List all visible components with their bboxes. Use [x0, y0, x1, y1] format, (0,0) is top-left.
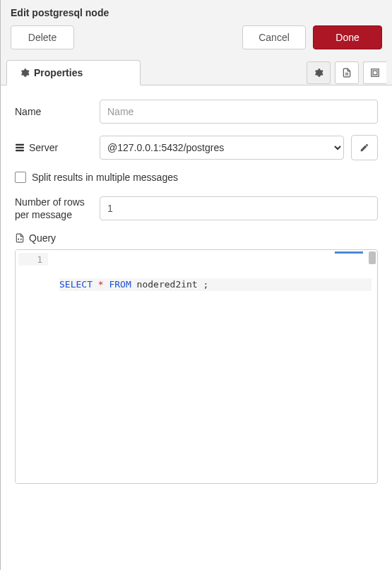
- editor-scrollbar[interactable]: [369, 251, 376, 264]
- panel-title: Edit postgresql node: [1, 0, 392, 25]
- server-icon: [15, 143, 25, 152]
- token-star: *: [98, 278, 104, 291]
- name-input[interactable]: [100, 100, 378, 124]
- document-icon: [342, 68, 352, 78]
- cancel-button[interactable]: Cancel: [242, 25, 306, 49]
- rows-row: Number of rows per message: [15, 196, 378, 221]
- name-label: Name: [15, 106, 93, 117]
- query-label-row: Query: [15, 232, 378, 244]
- token-semi: ;: [203, 278, 209, 291]
- server-select[interactable]: @127.0.0.1:5432/postgres: [100, 136, 344, 160]
- editor-gutter: 1: [16, 250, 54, 483]
- delete-button[interactable]: Delete: [11, 25, 74, 49]
- editor-annotation-decoration: [335, 251, 363, 254]
- editor-body[interactable]: SELECT * FROM nodered2int ;: [54, 250, 377, 483]
- server-row: Server @127.0.0.1:5432/postgres: [15, 135, 378, 160]
- edit-panel: Edit postgresql node Delete Cancel Done …: [0, 0, 392, 570]
- svg-rect-6: [16, 150, 24, 151]
- query-label: Query: [29, 232, 56, 244]
- tab-properties[interactable]: Properties: [6, 60, 141, 85]
- split-row: Split results in multiple messages: [15, 172, 378, 183]
- token-select: SELECT: [59, 278, 93, 291]
- name-row: Name: [15, 100, 378, 124]
- code-line-1[interactable]: SELECT * FROM nodered2int ;: [59, 278, 372, 291]
- server-label-text: Server: [29, 142, 58, 153]
- svg-rect-4: [16, 144, 24, 146]
- tab-properties-label: Properties: [34, 67, 83, 78]
- rows-label: Number of rows per message: [15, 196, 93, 221]
- line-number: 1: [18, 253, 48, 266]
- server-label: Server: [15, 142, 93, 153]
- rows-input[interactable]: [100, 196, 378, 220]
- tab-bar: Properties: [1, 59, 392, 85]
- gear-icon: [20, 68, 30, 78]
- token-from: FROM: [109, 278, 131, 291]
- action-bar: Delete Cancel Done: [1, 25, 392, 59]
- settings-icon-button[interactable]: [307, 61, 331, 84]
- description-icon-button[interactable]: [335, 61, 359, 84]
- edit-server-button[interactable]: [351, 135, 378, 160]
- svg-rect-5: [16, 147, 24, 148]
- split-label: Split results in multiple messages: [32, 172, 178, 183]
- frame-icon: [370, 68, 380, 78]
- svg-rect-2: [372, 69, 379, 77]
- form-content: Name Server @127.0.0.1:5432/postgres: [1, 85, 392, 570]
- done-button[interactable]: Done: [313, 25, 382, 49]
- query-icon: [15, 233, 25, 243]
- token-table: nodered2int: [137, 278, 198, 291]
- split-checkbox[interactable]: [15, 172, 26, 183]
- gear-icon: [314, 68, 323, 78]
- svg-rect-3: [373, 71, 377, 75]
- query-editor[interactable]: 1 SELECT * FROM nodered2int ;: [15, 249, 378, 484]
- pencil-icon: [360, 143, 369, 153]
- appearance-icon-button[interactable]: [363, 61, 386, 84]
